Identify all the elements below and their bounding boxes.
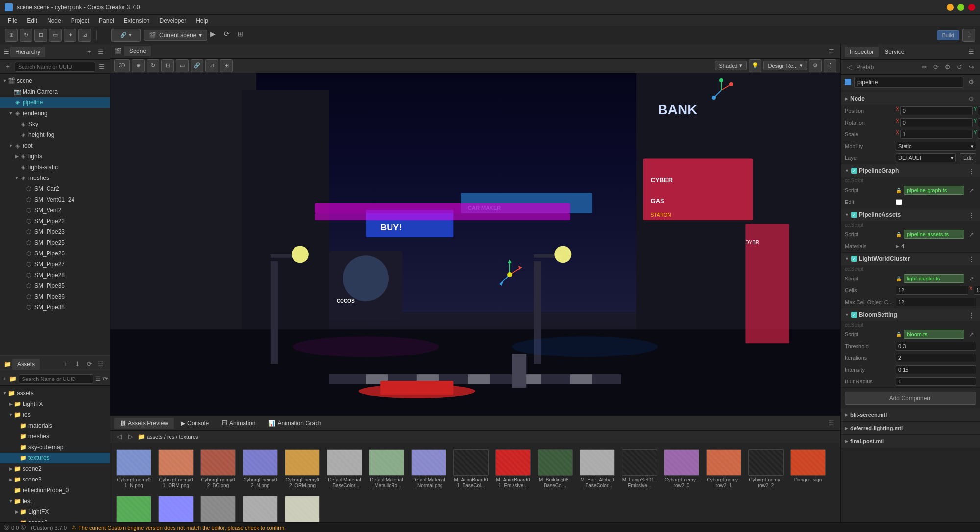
pipeline-graph-header[interactable]: ▼ ✓ PipelineGraph ⋮ — [841, 164, 980, 177]
pg-edit-checkbox[interactable] — [896, 199, 902, 205]
pipeline-assets-menu[interactable]: ⋮ — [966, 210, 976, 220]
tree-expand-arrow[interactable]: ▶ — [8, 466, 14, 472]
hierarchy-tree-item[interactable]: ⬡SM_Car2 — [0, 183, 110, 194]
hierarchy-tree-item[interactable]: ⬡SM_Pipe25 — [0, 237, 110, 248]
hierarchy-tree-item[interactable]: ⬡SM_Vent01_24 — [0, 194, 110, 205]
menu-edit[interactable]: Edit — [23, 16, 41, 25]
asset-grid-item[interactable]: CyborgEnemy_row2_0 — [662, 447, 701, 491]
grid-scene-button[interactable]: ⊞ — [220, 59, 233, 72]
forward-button[interactable]: ▷ — [126, 432, 136, 442]
asset-grid-item[interactable]: M_LampSet01_Emissive... — [620, 447, 659, 491]
hierarchy-tree-item[interactable]: ⬡SM_Pipe27 — [0, 259, 110, 270]
console-tab[interactable]: ▶ Console — [175, 418, 215, 429]
layout-button[interactable]: ⊞ — [238, 30, 248, 41]
assets-search-input[interactable] — [19, 374, 93, 384]
blit-screen-header[interactable]: ▶ blit-screen.mtl — [841, 408, 980, 421]
bloom-blur-field[interactable] — [896, 377, 976, 386]
final-post-header[interactable]: ▶ final-post.mtl — [841, 435, 980, 448]
asset-grid-item[interactable]: Danger_sign — [788, 447, 828, 491]
assets-tab[interactable]: Assets — [12, 359, 40, 370]
pipeline-graph-menu[interactable]: ⋮ — [966, 166, 976, 176]
hierarchy-tree-item[interactable]: 📷Main Camera — [0, 86, 110, 97]
more-options-button[interactable]: ⋮ — [962, 29, 975, 42]
rect-scene-button[interactable]: ▭ — [176, 59, 189, 72]
hierarchy-tree-item[interactable]: ⬡SM_Pipe22 — [0, 216, 110, 227]
assets-preview-tab[interactable]: 🖼 Assets Preview — [114, 418, 174, 429]
assets-menu-button[interactable]: ☰ — [96, 359, 106, 369]
assets-tree-item[interactable]: ▼📁test — [0, 496, 110, 507]
assets-folder-button[interactable]: 📁 — [9, 374, 17, 384]
menu-node[interactable]: Node — [43, 16, 65, 25]
assets-refresh2-button[interactable]: ⟳ — [103, 374, 108, 384]
build-button[interactable]: Build — [937, 30, 959, 40]
tree-expand-arrow[interactable]: ▼ — [8, 412, 14, 418]
node-section-header[interactable]: ▶ Node ⚙ — [841, 92, 980, 105]
scale-tool-button[interactable]: ⊡ — [34, 29, 47, 42]
menu-project[interactable]: Project — [67, 16, 93, 25]
asset-grid-item[interactable]: CyborgEnemy_row2_1 — [704, 447, 743, 491]
scene-selector[interactable]: 🎬 Current scene ▾ — [144, 30, 207, 41]
assets-tree-item[interactable]: ▼📁res — [0, 409, 110, 420]
assets-tree-item[interactable]: ▶📁LightFX — [0, 399, 110, 409]
menu-help[interactable]: Help — [192, 16, 212, 25]
asset-grid-item[interactable]: CyborgEnemy01_N.png — [114, 447, 153, 491]
lwc-menu[interactable]: ⋮ — [966, 254, 976, 264]
service-tab[interactable]: Service — [880, 47, 909, 57]
pause-button[interactable]: ⟳ — [224, 30, 235, 41]
assets-tree-item[interactable]: ▶📁scene3 — [0, 474, 110, 485]
prefab-edit-button[interactable]: ✏ — [919, 62, 929, 72]
hierarchy-tree-item[interactable]: ⬡SM_Pipe35 — [0, 280, 110, 291]
hierarchy-tab[interactable]: Hierarchy — [10, 47, 45, 57]
add-component-button[interactable]: Add Component — [845, 392, 976, 405]
hierarchy-add-button[interactable]: + — [84, 47, 94, 57]
animation-tab[interactable]: 🎞 Animation — [216, 418, 261, 429]
inspector-collapse-button[interactable]: ◁ — [845, 62, 855, 72]
scene-menu-button[interactable]: ☰ — [827, 46, 836, 56]
cells-y-field[interactable] — [974, 286, 980, 295]
prefab-apply-button[interactable]: ↺ — [955, 62, 964, 72]
bottom-menu-button[interactable]: ☰ — [827, 418, 836, 428]
pipeline-assets-checkbox[interactable]: ✓ — [851, 212, 857, 218]
bloom-threshold-field[interactable] — [896, 342, 976, 351]
bloom-menu[interactable]: ⋮ — [966, 310, 976, 320]
asset-grid-item[interactable]: DefaultMaterial_Normal.png — [409, 447, 448, 491]
bloom-script-field[interactable]: bloom.ts — [904, 330, 964, 339]
cells-x-field[interactable] — [896, 286, 968, 295]
hierarchy-filter-button[interactable]: ☰ — [97, 62, 107, 72]
transform-tool-button[interactable]: ✦ — [64, 29, 76, 42]
asset-grid-item[interactable]: DefaultMat_row2_4 — [114, 494, 153, 522]
animation-graph-tab[interactable]: 📊 Animation Graph — [262, 418, 327, 429]
assets-tree-item[interactable]: ▶📁LightFX — [0, 507, 110, 517]
assets-tree-item[interactable]: 📁scene2 — [0, 517, 110, 522]
tree-expand-arrow[interactable]: ▶ — [14, 153, 20, 159]
asset-grid-item[interactable]: CyborgEnemy_row2_2 — [746, 447, 785, 491]
bloom-checkbox[interactable]: ✓ — [851, 312, 857, 318]
bloom-iterations-field[interactable] — [896, 354, 976, 362]
lwc-max-cell-field[interactable] — [896, 298, 976, 306]
tree-expand-arrow[interactable]: ▼ — [2, 390, 8, 396]
minimize-button[interactable] — [947, 4, 954, 11]
rect-tool-button[interactable]: ▭ — [49, 29, 62, 42]
deferred-lighting-header[interactable]: ▶ deferred-lighting.mtl — [841, 422, 980, 434]
asset-grid-item[interactable]: M_row2_8 — [283, 494, 322, 522]
move-scene-button[interactable]: ⊕ — [132, 59, 145, 72]
materials-expand[interactable]: ▶ — [896, 244, 899, 249]
tree-expand-arrow[interactable]: ▶ — [8, 401, 14, 407]
asset-grid-item[interactable]: CyborgEnemy02_N.png — [241, 447, 280, 491]
hierarchy-menu-button[interactable]: ☰ — [96, 47, 106, 57]
snap-scene-button[interactable]: 🔗 — [191, 59, 203, 72]
hierarchy-tree-item[interactable]: ▼◈meshes — [0, 173, 110, 183]
hierarchy-tree-item[interactable]: ⬡SM_Pipe23 — [0, 227, 110, 237]
menu-developer[interactable]: Developer — [155, 16, 190, 25]
asset-grid-item[interactable]: CyborgEnemy02_BC.png — [198, 447, 238, 491]
3d-toggle-button[interactable]: 3D — [114, 59, 130, 72]
layer-edit-button[interactable]: Edit — [960, 153, 976, 162]
hierarchy-tree-item[interactable]: ⬡SM_Pipe28 — [0, 270, 110, 280]
rotation-y[interactable] — [978, 118, 980, 127]
asset-grid-item[interactable]: DefaultMat_row2_5 — [156, 494, 196, 522]
prefab-settings-button[interactable]: ⚙ — [943, 62, 953, 72]
lwc-script-arrow[interactable]: ↗ — [966, 274, 976, 283]
pipeline-assets-header[interactable]: ▼ ✓ PipelineAssets ⋮ — [841, 208, 980, 221]
menu-file[interactable]: File — [4, 16, 21, 25]
tree-expand-arrow[interactable]: ▼ — [2, 78, 8, 84]
